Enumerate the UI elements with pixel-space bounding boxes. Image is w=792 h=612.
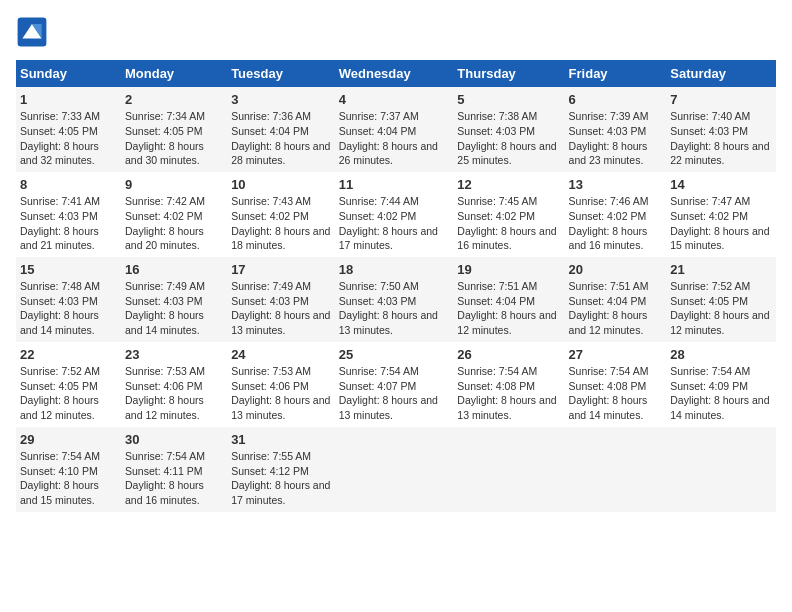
sunrise-label: Sunrise: 7:54 AM bbox=[339, 365, 419, 377]
daylight-label: Daylight: 8 hours and 16 minutes. bbox=[457, 225, 556, 252]
logo bbox=[16, 16, 52, 48]
sunrise-label: Sunrise: 7:54 AM bbox=[20, 450, 100, 462]
cell-day-27: 27Sunrise: 7:54 AMSunset: 4:08 PMDayligh… bbox=[565, 342, 667, 427]
sunrise-label: Sunrise: 7:54 AM bbox=[670, 365, 750, 377]
daylight-label: Daylight: 8 hours and 21 minutes. bbox=[20, 225, 99, 252]
sunset-label: Sunset: 4:03 PM bbox=[20, 295, 98, 307]
sunrise-label: Sunrise: 7:47 AM bbox=[670, 195, 750, 207]
sunrise-label: Sunrise: 7:44 AM bbox=[339, 195, 419, 207]
col-header-friday: Friday bbox=[565, 60, 667, 87]
sunrise-label: Sunrise: 7:52 AM bbox=[670, 280, 750, 292]
sunrise-label: Sunrise: 7:43 AM bbox=[231, 195, 311, 207]
day-number: 21 bbox=[670, 261, 772, 279]
cell-day-4: 4Sunrise: 7:37 AMSunset: 4:04 PMDaylight… bbox=[335, 87, 454, 172]
cell-day-21: 21Sunrise: 7:52 AMSunset: 4:05 PMDayligh… bbox=[666, 257, 776, 342]
cell-day-28: 28Sunrise: 7:54 AMSunset: 4:09 PMDayligh… bbox=[666, 342, 776, 427]
sunrise-label: Sunrise: 7:42 AM bbox=[125, 195, 205, 207]
sunset-label: Sunset: 4:05 PM bbox=[20, 380, 98, 392]
day-number: 11 bbox=[339, 176, 450, 194]
day-number: 18 bbox=[339, 261, 450, 279]
daylight-label: Daylight: 8 hours and 13 minutes. bbox=[457, 394, 556, 421]
cell-day-17: 17Sunrise: 7:49 AMSunset: 4:03 PMDayligh… bbox=[227, 257, 335, 342]
sunset-label: Sunset: 4:04 PM bbox=[569, 295, 647, 307]
daylight-label: Daylight: 8 hours and 16 minutes. bbox=[125, 479, 204, 506]
cell-day-23: 23Sunrise: 7:53 AMSunset: 4:06 PMDayligh… bbox=[121, 342, 227, 427]
day-number: 13 bbox=[569, 176, 663, 194]
sunset-label: Sunset: 4:05 PM bbox=[125, 125, 203, 137]
logo-icon bbox=[16, 16, 48, 48]
day-number: 27 bbox=[569, 346, 663, 364]
sunset-label: Sunset: 4:12 PM bbox=[231, 465, 309, 477]
day-number: 14 bbox=[670, 176, 772, 194]
daylight-label: Daylight: 8 hours and 15 minutes. bbox=[20, 479, 99, 506]
sunrise-label: Sunrise: 7:46 AM bbox=[569, 195, 649, 207]
sunset-label: Sunset: 4:10 PM bbox=[20, 465, 98, 477]
cell-day-8: 8Sunrise: 7:41 AMSunset: 4:03 PMDaylight… bbox=[16, 172, 121, 257]
sunrise-label: Sunrise: 7:54 AM bbox=[457, 365, 537, 377]
daylight-label: Daylight: 8 hours and 14 minutes. bbox=[569, 394, 648, 421]
week-row-1: 1Sunrise: 7:33 AMSunset: 4:05 PMDaylight… bbox=[16, 87, 776, 172]
daylight-label: Daylight: 8 hours and 13 minutes. bbox=[231, 309, 330, 336]
day-number: 5 bbox=[457, 91, 560, 109]
cell-day-3: 3Sunrise: 7:36 AMSunset: 4:04 PMDaylight… bbox=[227, 87, 335, 172]
sunset-label: Sunset: 4:03 PM bbox=[20, 210, 98, 222]
sunrise-label: Sunrise: 7:48 AM bbox=[20, 280, 100, 292]
sunrise-label: Sunrise: 7:49 AM bbox=[125, 280, 205, 292]
sunset-label: Sunset: 4:03 PM bbox=[457, 125, 535, 137]
day-number: 28 bbox=[670, 346, 772, 364]
day-number: 23 bbox=[125, 346, 223, 364]
sunrise-label: Sunrise: 7:52 AM bbox=[20, 365, 100, 377]
day-number: 29 bbox=[20, 431, 117, 449]
col-header-thursday: Thursday bbox=[453, 60, 564, 87]
cell-day-29: 29Sunrise: 7:54 AMSunset: 4:10 PMDayligh… bbox=[16, 427, 121, 512]
sunrise-label: Sunrise: 7:49 AM bbox=[231, 280, 311, 292]
cell-day-9: 9Sunrise: 7:42 AMSunset: 4:02 PMDaylight… bbox=[121, 172, 227, 257]
sunrise-label: Sunrise: 7:36 AM bbox=[231, 110, 311, 122]
day-number: 2 bbox=[125, 91, 223, 109]
sunset-label: Sunset: 4:02 PM bbox=[231, 210, 309, 222]
sunset-label: Sunset: 4:05 PM bbox=[20, 125, 98, 137]
cell-day-18: 18Sunrise: 7:50 AMSunset: 4:03 PMDayligh… bbox=[335, 257, 454, 342]
sunset-label: Sunset: 4:02 PM bbox=[125, 210, 203, 222]
daylight-label: Daylight: 8 hours and 30 minutes. bbox=[125, 140, 204, 167]
sunset-label: Sunset: 4:09 PM bbox=[670, 380, 748, 392]
sunrise-label: Sunrise: 7:51 AM bbox=[457, 280, 537, 292]
sunset-label: Sunset: 4:03 PM bbox=[569, 125, 647, 137]
sunset-label: Sunset: 4:11 PM bbox=[125, 465, 203, 477]
day-number: 17 bbox=[231, 261, 331, 279]
cell-day-6: 6Sunrise: 7:39 AMSunset: 4:03 PMDaylight… bbox=[565, 87, 667, 172]
sunset-label: Sunset: 4:03 PM bbox=[339, 295, 417, 307]
daylight-label: Daylight: 8 hours and 26 minutes. bbox=[339, 140, 438, 167]
sunset-label: Sunset: 4:08 PM bbox=[457, 380, 535, 392]
cell-day-30: 30Sunrise: 7:54 AMSunset: 4:11 PMDayligh… bbox=[121, 427, 227, 512]
sunrise-label: Sunrise: 7:51 AM bbox=[569, 280, 649, 292]
daylight-label: Daylight: 8 hours and 12 minutes. bbox=[670, 309, 769, 336]
cell-day-12: 12Sunrise: 7:45 AMSunset: 4:02 PMDayligh… bbox=[453, 172, 564, 257]
sunset-label: Sunset: 4:05 PM bbox=[670, 295, 748, 307]
daylight-label: Daylight: 8 hours and 13 minutes. bbox=[231, 394, 330, 421]
daylight-label: Daylight: 8 hours and 13 minutes. bbox=[339, 309, 438, 336]
sunset-label: Sunset: 4:06 PM bbox=[231, 380, 309, 392]
sunset-label: Sunset: 4:03 PM bbox=[670, 125, 748, 137]
daylight-label: Daylight: 8 hours and 17 minutes. bbox=[339, 225, 438, 252]
cell-day-20: 20Sunrise: 7:51 AMSunset: 4:04 PMDayligh… bbox=[565, 257, 667, 342]
daylight-label: Daylight: 8 hours and 25 minutes. bbox=[457, 140, 556, 167]
cell-day-14: 14Sunrise: 7:47 AMSunset: 4:02 PMDayligh… bbox=[666, 172, 776, 257]
sunrise-label: Sunrise: 7:54 AM bbox=[569, 365, 649, 377]
cell-day-empty bbox=[335, 427, 454, 512]
cell-day-5: 5Sunrise: 7:38 AMSunset: 4:03 PMDaylight… bbox=[453, 87, 564, 172]
week-row-4: 22Sunrise: 7:52 AMSunset: 4:05 PMDayligh… bbox=[16, 342, 776, 427]
header-row: SundayMondayTuesdayWednesdayThursdayFrid… bbox=[16, 60, 776, 87]
sunrise-label: Sunrise: 7:37 AM bbox=[339, 110, 419, 122]
sunrise-label: Sunrise: 7:39 AM bbox=[569, 110, 649, 122]
sunrise-label: Sunrise: 7:50 AM bbox=[339, 280, 419, 292]
day-number: 7 bbox=[670, 91, 772, 109]
day-number: 16 bbox=[125, 261, 223, 279]
sunrise-label: Sunrise: 7:55 AM bbox=[231, 450, 311, 462]
day-number: 8 bbox=[20, 176, 117, 194]
sunrise-label: Sunrise: 7:34 AM bbox=[125, 110, 205, 122]
col-header-wednesday: Wednesday bbox=[335, 60, 454, 87]
sunrise-label: Sunrise: 7:53 AM bbox=[231, 365, 311, 377]
sunrise-label: Sunrise: 7:33 AM bbox=[20, 110, 100, 122]
daylight-label: Daylight: 8 hours and 17 minutes. bbox=[231, 479, 330, 506]
